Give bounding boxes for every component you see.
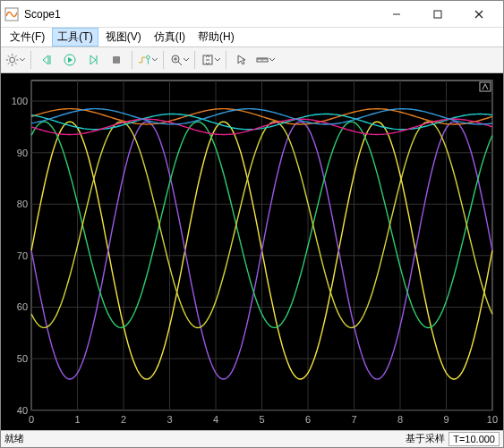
svg-text:70: 70 <box>17 250 28 261</box>
close-button[interactable] <box>458 1 500 28</box>
svg-point-5 <box>10 57 15 63</box>
svg-text:0: 0 <box>29 414 34 425</box>
title-bar: Scope1 <box>1 1 503 28</box>
chevron-down-icon <box>184 57 189 63</box>
svg-point-18 <box>147 55 150 59</box>
app-icon <box>4 7 19 21</box>
scope-plot[interactable]: 012345678910405060708090100 <box>1 73 503 430</box>
svg-rect-2 <box>434 11 441 18</box>
zoom-in-button[interactable] <box>168 49 190 71</box>
status-bar: 就绪 基于采样 T=10.000 <box>1 430 503 447</box>
ruler-icon <box>256 54 269 66</box>
svg-text:60: 60 <box>17 301 28 312</box>
svg-line-10 <box>8 55 9 56</box>
run-button[interactable] <box>59 49 81 71</box>
cursor-icon <box>235 54 248 66</box>
step-back-icon <box>40 54 53 66</box>
svg-text:50: 50 <box>17 353 28 364</box>
menu-simulation[interactable]: 仿真(I) <box>149 28 191 46</box>
svg-rect-17 <box>113 56 120 63</box>
svg-text:40: 40 <box>17 405 28 416</box>
measure-button[interactable] <box>254 49 276 71</box>
signal-selector-button[interactable] <box>137 49 158 71</box>
step-back-button[interactable] <box>36 49 57 71</box>
toolbar-separator <box>163 51 164 69</box>
toolbar-separator <box>226 51 226 69</box>
svg-text:6: 6 <box>305 414 311 425</box>
window-title: Scope1 <box>24 8 376 21</box>
toolbar-separator <box>132 51 132 69</box>
menu-bar: 文件(F) 工具(T) 视图(V) 仿真(I) 帮助(H) <box>1 28 503 47</box>
chevron-down-icon <box>269 57 275 63</box>
gear-icon <box>5 53 19 67</box>
signals-icon <box>138 54 151 66</box>
cursor-button[interactable] <box>231 49 252 71</box>
menu-help[interactable]: 帮助(H) <box>192 28 240 46</box>
toolbar-separator <box>30 51 31 69</box>
svg-text:5: 5 <box>259 414 264 425</box>
svg-text:8: 8 <box>397 414 403 425</box>
play-icon <box>64 54 76 66</box>
stop-button[interactable] <box>106 49 127 71</box>
autoscale-icon <box>201 54 214 66</box>
svg-line-12 <box>8 63 9 63</box>
svg-text:3: 3 <box>167 414 172 425</box>
chevron-down-icon <box>215 57 220 63</box>
menu-view[interactable]: 视图(V) <box>100 28 147 46</box>
toolbar-separator <box>194 51 195 69</box>
toolbar <box>1 47 503 73</box>
svg-text:4: 4 <box>213 414 218 425</box>
svg-text:7: 7 <box>351 414 356 425</box>
svg-text:10: 10 <box>487 414 498 425</box>
svg-text:1: 1 <box>74 414 80 425</box>
status-time: T=10.000 <box>448 432 500 446</box>
status-ready: 就绪 <box>4 432 24 445</box>
svg-text:9: 9 <box>443 414 448 425</box>
svg-line-21 <box>178 62 182 65</box>
svg-text:100: 100 <box>12 96 28 106</box>
chevron-down-icon <box>20 57 25 63</box>
step-forward-icon <box>87 54 99 66</box>
menu-tools[interactable]: 工具(T) <box>52 28 98 46</box>
step-forward-button[interactable] <box>82 49 104 71</box>
svg-line-11 <box>15 63 16 63</box>
svg-text:2: 2 <box>121 414 126 425</box>
minimize-button[interactable] <box>376 1 417 28</box>
svg-text:90: 90 <box>17 148 28 158</box>
settings-button[interactable] <box>4 49 26 71</box>
chevron-down-icon <box>152 57 158 63</box>
autoscale-button[interactable] <box>200 49 221 71</box>
svg-line-13 <box>15 55 16 56</box>
stop-icon <box>110 54 123 66</box>
maximize-button[interactable] <box>417 1 458 28</box>
svg-text:80: 80 <box>17 199 28 209</box>
window-controls <box>376 1 500 28</box>
menu-file[interactable]: 文件(F) <box>4 28 50 46</box>
zoom-in-icon <box>170 54 183 66</box>
status-sample-mode: 基于采样 <box>406 432 445 445</box>
